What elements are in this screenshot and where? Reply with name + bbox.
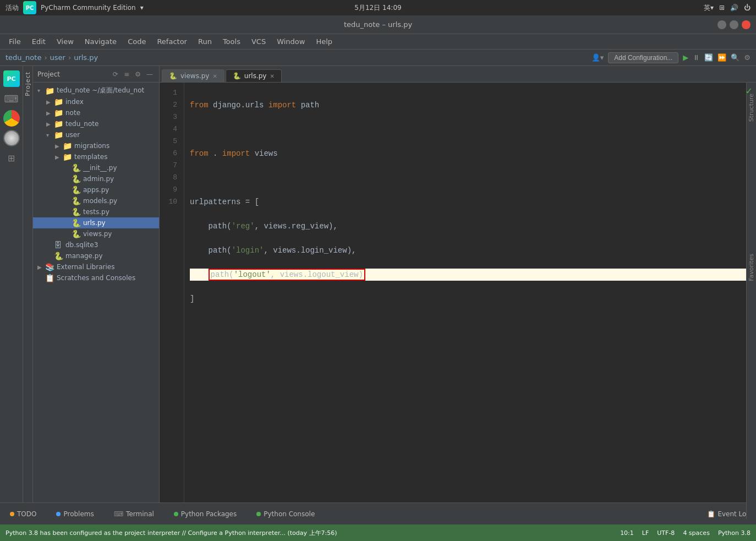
code-line-10 [190, 317, 750, 329]
menu-file[interactable]: File [4, 36, 25, 47]
status-bar-right: 10:1 LF UTF-8 4 spaces Python 3.8 [620, 529, 750, 537]
tree-item-templates[interactable]: ▶ 📁 templates [33, 151, 159, 162]
tree-item-db[interactable]: 🗄 db.sqlite3 [33, 239, 159, 250]
config-icon[interactable]: ⚙ [133, 70, 143, 79]
power-icon[interactable]: ⏻ [744, 4, 750, 12]
folder-icon: 📁 [54, 108, 64, 117]
tab-views-py-close[interactable]: ✕ [212, 73, 217, 79]
tree-item-models[interactable]: 🐍 models.py [33, 195, 159, 206]
breadcrumb-project[interactable]: tedu_note [6, 53, 41, 62]
bottom-tab-python-packages[interactable]: Python Packages [169, 508, 241, 520]
tab-views-py[interactable]: 🐍 views.py ✕ [162, 69, 224, 82]
breadcrumb-file[interactable]: urls.py [74, 53, 98, 62]
lang-indicator[interactable]: 英▾ [704, 3, 714, 13]
tree-item-user[interactable]: ▾ 📁 user [33, 129, 159, 140]
bottom-tab-problems[interactable]: Problems [52, 508, 98, 520]
settings-button[interactable]: ⚙ [744, 53, 750, 62]
menu-code[interactable]: Code [123, 36, 150, 47]
close-panel-icon[interactable]: — [145, 70, 155, 79]
app-dropdown-arrow[interactable]: ▾ [140, 4, 144, 12]
search-everywhere-button[interactable]: 🔍 [731, 53, 739, 62]
cursor-position[interactable]: 10:1 [620, 529, 634, 537]
minimize-button[interactable] [717, 20, 726, 29]
arrow-icon: ▶ [46, 110, 54, 116]
tree-item-scratches[interactable]: 📋 Scratches and Consoles [33, 272, 159, 283]
chrome-sidebar-icon[interactable] [3, 110, 20, 127]
run-button[interactable]: ▶ [683, 53, 688, 62]
tree-item-migrations[interactable]: ▶ 📁 migrations [33, 140, 159, 151]
grid-sidebar-icon[interactable]: ⊞ [3, 150, 20, 166]
tree-item-manage[interactable]: 🐍 manage.py [33, 250, 159, 261]
tree-item-label: note [65, 109, 80, 117]
debug-button[interactable]: ⏸ [693, 53, 700, 62]
string-logout: 'logout' [234, 270, 271, 279]
menu-view[interactable]: View [52, 36, 78, 47]
tab-urls-py-close[interactable]: ✕ [270, 73, 274, 79]
tree-item-apps[interactable]: 🐍 apps.py [33, 184, 159, 195]
arrow-icon: ▶ [46, 121, 54, 127]
activities-label[interactable]: 活动 [6, 3, 19, 13]
breadcrumb-user[interactable]: user [50, 53, 65, 62]
coverage-button[interactable]: 🔄 [704, 53, 713, 62]
tree-item-urls[interactable]: 🐍 urls.py [33, 217, 159, 228]
problems-dot [56, 512, 61, 516]
tab-urls-py[interactable]: 🐍 urls.py ✕ [226, 69, 282, 82]
urlpatterns-var: urlpatterns [190, 198, 240, 206]
terminal-label: Terminal [126, 510, 154, 518]
dvd-sidebar-icon[interactable] [3, 130, 20, 146]
menu-tools[interactable]: Tools [218, 36, 245, 47]
menu-vcs[interactable]: VCS [247, 36, 270, 47]
no-errors-indicator: ✓ [746, 86, 753, 96]
menu-window[interactable]: Window [272, 36, 309, 47]
favorites-vertical-label[interactable]: Favorites [748, 254, 755, 281]
pycharm-sidebar-logo[interactable]: PC [3, 70, 20, 87]
structure-vertical-label[interactable]: Structure [748, 94, 755, 122]
tree-item-label: admin.py [83, 175, 114, 183]
scratches-icon: 📋 [45, 274, 55, 282]
tree-item-label: apps.py [83, 186, 109, 194]
libs-icon: 📚 [45, 263, 55, 271]
folder-icon: 📁 [54, 119, 64, 128]
folder-icon: 📁 [63, 152, 73, 161]
project-tab-vertical[interactable]: Project [23, 66, 33, 502]
code-text[interactable]: from django.urls import path from . impo… [184, 83, 756, 502]
maximize-button[interactable] [730, 20, 738, 29]
menu-edit[interactable]: Edit [28, 36, 50, 47]
python-packages-dot [174, 512, 178, 516]
terminal-sidebar-icon[interactable]: ⌨ [3, 90, 20, 107]
python-packages-label: Python Packages [181, 510, 237, 518]
profile-button[interactable]: ⏩ [717, 53, 726, 62]
menu-help[interactable]: Help [311, 36, 337, 47]
network-icon: ⊞ [719, 4, 725, 12]
arrow-icon: ▾ [46, 132, 54, 138]
tree-item-tedu-note[interactable]: ▾ 📁 tedu_note ~/桌面/tedu_not [33, 85, 159, 96]
bottom-tab-terminal[interactable]: ⌨ Terminal [109, 508, 158, 520]
expand-icon[interactable]: ≡ [122, 70, 131, 79]
tree-item-views[interactable]: 🐍 views.py [33, 228, 159, 239]
tree-item-tests[interactable]: 🐍 tests.py [33, 206, 159, 217]
menu-refactor[interactable]: Refactor [152, 36, 191, 47]
close-button[interactable] [742, 20, 750, 29]
tree-item-admin[interactable]: 🐍 admin.py [33, 173, 159, 184]
code-line-2 [190, 123, 750, 135]
menu-run[interactable]: Run [194, 36, 216, 47]
tree-item-external-libs[interactable]: ▶ 📚 External Libraries [33, 261, 159, 272]
tree-item-label: urls.py [83, 219, 106, 227]
tree-item-index[interactable]: ▶ 📁 index [33, 96, 159, 107]
event-log-right[interactable]: 📋 Event Log [707, 510, 750, 518]
tree-item-note[interactable]: ▶ 📁 note [33, 107, 159, 118]
sync-icon[interactable]: ⟳ [111, 70, 120, 79]
project-vertical-label[interactable]: Project [24, 72, 31, 96]
code-editor[interactable]: 1 2 3 4 5 6 7 8 9 10 from django.urls im… [160, 83, 756, 502]
bottom-tab-python-console[interactable]: Python Console [252, 508, 319, 520]
encoding[interactable]: UTF-8 [657, 529, 675, 537]
add-config-button[interactable]: Add Configuration... [608, 52, 678, 63]
menu-navigate[interactable]: Navigate [80, 36, 121, 47]
bottom-tab-todo[interactable]: TODO [6, 508, 41, 520]
line-separator[interactable]: LF [642, 529, 649, 537]
tree-item-tedu-note-sub[interactable]: ▶ 📁 tedu_note [33, 118, 159, 129]
tree-item-init[interactable]: 🐍 __init__.py [33, 162, 159, 173]
indent-spaces[interactable]: 4 spaces [683, 529, 710, 537]
python-version[interactable]: Python 3.8 [718, 529, 750, 537]
volume-icon[interactable]: 🔊 [730, 4, 738, 12]
